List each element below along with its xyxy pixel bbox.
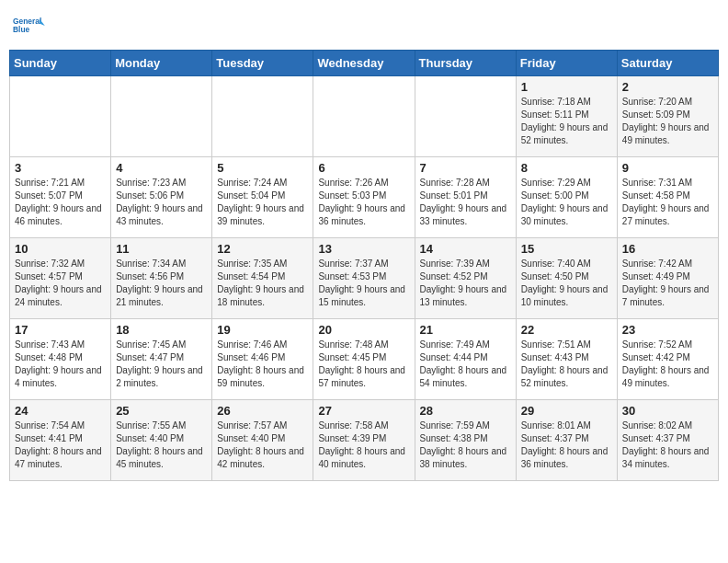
day-number: 18	[116, 323, 207, 337]
day-number: 8	[521, 161, 612, 175]
day-info: Sunrise: 7:46 AM Sunset: 4:46 PM Dayligh…	[217, 339, 308, 390]
day-number: 2	[622, 80, 713, 94]
calendar-cell: 30Sunrise: 8:02 AM Sunset: 4:37 PM Dayli…	[617, 400, 718, 481]
day-number: 25	[116, 404, 207, 418]
calendar-cell: 29Sunrise: 8:01 AM Sunset: 4:37 PM Dayli…	[516, 400, 617, 481]
day-info: Sunrise: 7:34 AM Sunset: 4:56 PM Dayligh…	[116, 258, 207, 309]
day-info: Sunrise: 7:42 AM Sunset: 4:49 PM Dayligh…	[622, 258, 713, 309]
day-info: Sunrise: 7:48 AM Sunset: 4:45 PM Dayligh…	[318, 339, 409, 390]
calendar-cell	[212, 76, 313, 157]
calendar-cell: 6Sunrise: 7:26 AM Sunset: 5:03 PM Daylig…	[313, 157, 415, 238]
week-row-4: 17Sunrise: 7:43 AM Sunset: 4:48 PM Dayli…	[10, 319, 719, 400]
day-number: 4	[116, 161, 207, 175]
calendar-cell: 26Sunrise: 7:57 AM Sunset: 4:40 PM Dayli…	[212, 400, 313, 481]
day-number: 28	[420, 404, 511, 418]
calendar-cell: 7Sunrise: 7:28 AM Sunset: 5:01 PM Daylig…	[415, 157, 516, 238]
calendar-cell: 4Sunrise: 7:23 AM Sunset: 5:06 PM Daylig…	[111, 157, 212, 238]
day-number: 12	[217, 242, 308, 256]
svg-text:Blue: Blue	[13, 25, 30, 34]
weekday-header-sunday: Sunday	[10, 51, 111, 76]
day-info: Sunrise: 7:39 AM Sunset: 4:52 PM Dayligh…	[420, 258, 511, 309]
weekday-header-tuesday: Tuesday	[212, 51, 313, 76]
day-info: Sunrise: 7:51 AM Sunset: 4:43 PM Dayligh…	[521, 339, 612, 390]
calendar-cell: 25Sunrise: 7:55 AM Sunset: 4:40 PM Dayli…	[111, 400, 212, 481]
logo-svg: General Blue	[13, 9, 46, 42]
calendar-cell	[415, 76, 516, 157]
day-info: Sunrise: 7:45 AM Sunset: 4:47 PM Dayligh…	[116, 339, 207, 390]
day-number: 21	[420, 323, 511, 337]
day-number: 29	[521, 404, 612, 418]
calendar-cell: 27Sunrise: 7:58 AM Sunset: 4:39 PM Dayli…	[313, 400, 415, 481]
day-number: 15	[521, 242, 612, 256]
calendar-cell: 17Sunrise: 7:43 AM Sunset: 4:48 PM Dayli…	[10, 319, 111, 400]
weekday-header-thursday: Thursday	[415, 51, 516, 76]
day-info: Sunrise: 7:26 AM Sunset: 5:03 PM Dayligh…	[318, 177, 409, 228]
day-info: Sunrise: 7:54 AM Sunset: 4:41 PM Dayligh…	[15, 419, 106, 471]
calendar-cell	[313, 76, 415, 157]
day-info: Sunrise: 7:20 AM Sunset: 5:09 PM Dayligh…	[622, 96, 713, 147]
calendar-cell: 8Sunrise: 7:29 AM Sunset: 5:00 PM Daylig…	[516, 157, 617, 238]
weekday-header-friday: Friday	[516, 51, 617, 76]
day-info: Sunrise: 7:40 AM Sunset: 4:50 PM Dayligh…	[521, 258, 612, 309]
calendar-cell: 12Sunrise: 7:35 AM Sunset: 4:54 PM Dayli…	[212, 238, 313, 319]
day-info: Sunrise: 8:01 AM Sunset: 4:37 PM Dayligh…	[521, 419, 612, 471]
day-number: 22	[521, 323, 612, 337]
weekday-header-monday: Monday	[111, 51, 212, 76]
day-info: Sunrise: 7:55 AM Sunset: 4:40 PM Dayligh…	[116, 419, 207, 471]
logo: General Blue	[13, 9, 46, 42]
day-number: 6	[318, 161, 409, 175]
week-row-2: 3Sunrise: 7:21 AM Sunset: 5:07 PM Daylig…	[10, 157, 719, 238]
day-number: 17	[15, 323, 106, 337]
day-info: Sunrise: 7:35 AM Sunset: 4:54 PM Dayligh…	[217, 258, 308, 309]
day-number: 20	[318, 323, 409, 337]
calendar-cell: 2Sunrise: 7:20 AM Sunset: 5:09 PM Daylig…	[617, 76, 718, 157]
weekday-header-wednesday: Wednesday	[313, 51, 415, 76]
day-number: 3	[15, 161, 106, 175]
day-info: Sunrise: 7:43 AM Sunset: 4:48 PM Dayligh…	[15, 339, 106, 390]
calendar-cell: 28Sunrise: 7:59 AM Sunset: 4:38 PM Dayli…	[415, 400, 516, 481]
calendar-cell: 9Sunrise: 7:31 AM Sunset: 4:58 PM Daylig…	[617, 157, 718, 238]
day-number: 27	[318, 404, 409, 418]
day-number: 7	[420, 161, 511, 175]
day-number: 16	[622, 242, 713, 256]
day-number: 23	[622, 323, 713, 337]
page-header: General Blue	[9, 9, 719, 42]
calendar-cell: 14Sunrise: 7:39 AM Sunset: 4:52 PM Dayli…	[415, 238, 516, 319]
day-number: 30	[622, 404, 713, 418]
calendar-cell: 11Sunrise: 7:34 AM Sunset: 4:56 PM Dayli…	[111, 238, 212, 319]
day-info: Sunrise: 7:32 AM Sunset: 4:57 PM Dayligh…	[15, 258, 106, 309]
day-info: Sunrise: 7:18 AM Sunset: 5:11 PM Dayligh…	[521, 96, 612, 147]
calendar-table: SundayMondayTuesdayWednesdayThursdayFrid…	[9, 50, 719, 481]
calendar-cell: 19Sunrise: 7:46 AM Sunset: 4:46 PM Dayli…	[212, 319, 313, 400]
calendar-cell	[111, 76, 212, 157]
day-number: 19	[217, 323, 308, 337]
day-info: Sunrise: 7:24 AM Sunset: 5:04 PM Dayligh…	[217, 177, 308, 228]
weekday-header-row: SundayMondayTuesdayWednesdayThursdayFrid…	[10, 51, 719, 76]
day-number: 24	[15, 404, 106, 418]
calendar-cell: 15Sunrise: 7:40 AM Sunset: 4:50 PM Dayli…	[516, 238, 617, 319]
day-number: 26	[217, 404, 308, 418]
weekday-header-saturday: Saturday	[617, 51, 718, 76]
day-info: Sunrise: 7:58 AM Sunset: 4:39 PM Dayligh…	[318, 419, 409, 471]
calendar-cell: 16Sunrise: 7:42 AM Sunset: 4:49 PM Dayli…	[617, 238, 718, 319]
day-info: Sunrise: 8:02 AM Sunset: 4:37 PM Dayligh…	[622, 419, 713, 471]
day-info: Sunrise: 7:52 AM Sunset: 4:42 PM Dayligh…	[622, 339, 713, 390]
day-info: Sunrise: 7:57 AM Sunset: 4:40 PM Dayligh…	[217, 419, 308, 471]
day-info: Sunrise: 7:59 AM Sunset: 4:38 PM Dayligh…	[420, 419, 511, 471]
day-info: Sunrise: 7:49 AM Sunset: 4:44 PM Dayligh…	[420, 339, 511, 390]
day-info: Sunrise: 7:21 AM Sunset: 5:07 PM Dayligh…	[15, 177, 106, 228]
calendar-cell: 20Sunrise: 7:48 AM Sunset: 4:45 PM Dayli…	[313, 319, 415, 400]
calendar-cell: 21Sunrise: 7:49 AM Sunset: 4:44 PM Dayli…	[415, 319, 516, 400]
day-info: Sunrise: 7:31 AM Sunset: 4:58 PM Dayligh…	[622, 177, 713, 228]
day-number: 13	[318, 242, 409, 256]
week-row-1: 1Sunrise: 7:18 AM Sunset: 5:11 PM Daylig…	[10, 76, 719, 157]
calendar-cell: 24Sunrise: 7:54 AM Sunset: 4:41 PM Dayli…	[10, 400, 111, 481]
calendar-cell: 23Sunrise: 7:52 AM Sunset: 4:42 PM Dayli…	[617, 319, 718, 400]
calendar-cell: 1Sunrise: 7:18 AM Sunset: 5:11 PM Daylig…	[516, 76, 617, 157]
calendar-cell: 13Sunrise: 7:37 AM Sunset: 4:53 PM Dayli…	[313, 238, 415, 319]
day-info: Sunrise: 7:28 AM Sunset: 5:01 PM Dayligh…	[420, 177, 511, 228]
day-info: Sunrise: 7:29 AM Sunset: 5:00 PM Dayligh…	[521, 177, 612, 228]
calendar-cell: 5Sunrise: 7:24 AM Sunset: 5:04 PM Daylig…	[212, 157, 313, 238]
day-number: 14	[420, 242, 511, 256]
calendar-cell	[10, 76, 111, 157]
